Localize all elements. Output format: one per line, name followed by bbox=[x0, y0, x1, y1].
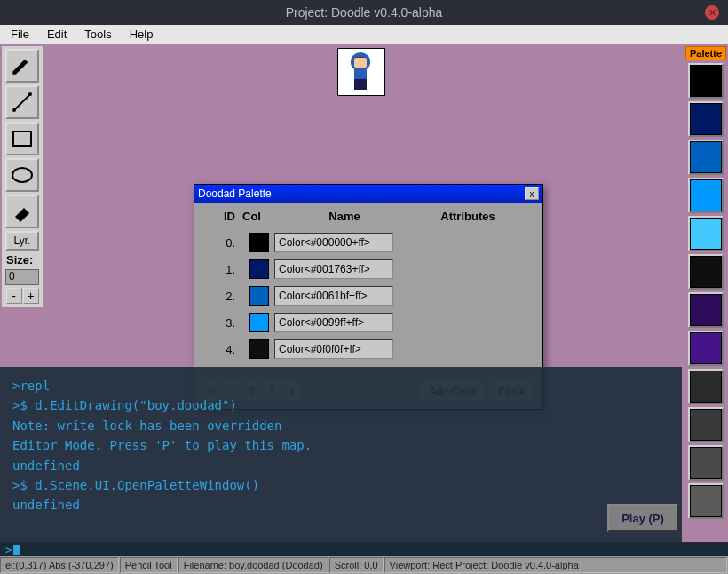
size-increase-button[interactable]: + bbox=[23, 288, 39, 304]
eraser-tool[interactable] bbox=[5, 195, 39, 228]
palette-swatch-4[interactable] bbox=[688, 216, 724, 251]
play-button[interactable]: Play (P) bbox=[607, 504, 678, 532]
palette-swatch-11[interactable] bbox=[688, 483, 724, 519]
window-close-button[interactable]: ✕ bbox=[705, 5, 719, 20]
palette-row-swatch[interactable] bbox=[249, 259, 269, 279]
palette-row-id: 3. bbox=[203, 316, 242, 330]
menu-file[interactable]: File bbox=[7, 26, 33, 43]
svg-point-4 bbox=[12, 168, 32, 182]
status-viewport: Viewport: Rect Project: Doodle v0.4.0-al… bbox=[384, 557, 727, 573]
palette-panel: Palette bbox=[685, 46, 726, 519]
palette-row-name-input[interactable] bbox=[274, 313, 393, 332]
header-name: Name bbox=[287, 210, 402, 223]
layers-tool[interactable]: Lyr. bbox=[5, 231, 39, 251]
palette-row-id: 1. bbox=[203, 263, 242, 276]
status-scroll: Scroll: 0,0 bbox=[329, 557, 384, 573]
console: >repl>$ d.EditDrawing("boy.doodad")Note:… bbox=[0, 367, 682, 543]
pencil-tool[interactable] bbox=[5, 49, 39, 83]
window-title: Project: Doodle v0.4.0-alpha bbox=[286, 5, 443, 20]
line-tool[interactable] bbox=[5, 85, 39, 119]
palette-row-swatch[interactable] bbox=[249, 339, 269, 359]
palette-swatch-1[interactable] bbox=[688, 101, 724, 137]
svg-point-1 bbox=[12, 108, 16, 112]
header-attributes: Attributes bbox=[402, 210, 534, 223]
titlebar: Project: Doodle v0.4.0-alpha ✕ bbox=[0, 0, 728, 25]
sprite-preview bbox=[337, 48, 385, 96]
palette-swatch-0[interactable] bbox=[688, 63, 724, 99]
palette-swatch-10[interactable] bbox=[688, 445, 724, 481]
palette-swatch-8[interactable] bbox=[688, 369, 724, 404]
console-line: undefined bbox=[12, 495, 669, 514]
palette-swatch-3[interactable] bbox=[688, 178, 724, 213]
header-id: ID bbox=[203, 210, 242, 223]
palette-row-name-input[interactable] bbox=[274, 259, 393, 279]
palette-swatch-7[interactable] bbox=[688, 331, 724, 366]
menubar: File Edit Tools Help bbox=[0, 25, 728, 44]
palette-header[interactable]: Palette bbox=[685, 46, 726, 60]
repl-prompt: > bbox=[5, 544, 12, 556]
palette-row: 1. bbox=[203, 259, 534, 280]
status-filename: Filename: boy.doodad (Doodad) bbox=[178, 557, 328, 573]
status-tool: Pencil Tool bbox=[120, 557, 178, 573]
dialog-column-headers: ID Col Name Attributes bbox=[203, 210, 534, 223]
size-value[interactable]: 0 bbox=[5, 269, 39, 285]
palette-row-name-input[interactable] bbox=[274, 286, 393, 306]
palette-row-swatch[interactable] bbox=[249, 313, 269, 332]
svg-point-2 bbox=[28, 92, 32, 96]
console-line: undefined bbox=[12, 456, 669, 475]
statusbar: el:(0,317) Abs:(-370,297) Pencil Tool Fi… bbox=[0, 556, 728, 574]
menu-help[interactable]: Help bbox=[126, 26, 157, 43]
size-label: Size: bbox=[4, 253, 33, 267]
ellipse-tool[interactable] bbox=[5, 158, 39, 192]
palette-row: 2. bbox=[203, 285, 534, 307]
status-coords: el:(0,317) Abs:(-370,297) bbox=[0, 557, 119, 573]
palette-swatch-6[interactable] bbox=[688, 292, 724, 328]
toolbar: Lyr. Size: 0 - + bbox=[2, 46, 43, 307]
rectangle-tool[interactable] bbox=[5, 122, 39, 155]
console-line: >$ d.Scene.UI.OpenPaletteWindow() bbox=[12, 475, 669, 495]
repl-input[interactable]: > bbox=[0, 543, 728, 556]
menu-edit[interactable]: Edit bbox=[44, 26, 70, 43]
svg-line-0 bbox=[14, 94, 30, 110]
svg-rect-3 bbox=[13, 132, 31, 146]
dialog-title-text: Doodad Palette bbox=[198, 187, 272, 200]
palette-row-swatch[interactable] bbox=[249, 233, 269, 252]
palette-row-id: 0. bbox=[203, 236, 242, 250]
palette-row: 3. bbox=[203, 312, 534, 333]
palette-row: 0. bbox=[203, 232, 534, 253]
menu-tools[interactable]: Tools bbox=[81, 26, 115, 43]
console-line: >$ d.EditDrawing("boy.doodad") bbox=[12, 395, 669, 415]
dialog-titlebar[interactable]: Doodad Palette x bbox=[194, 185, 542, 203]
palette-row-id: 2. bbox=[203, 290, 242, 303]
palette-row-name-input[interactable] bbox=[274, 339, 393, 359]
palette-row: 4. bbox=[203, 339, 534, 360]
palette-row-swatch[interactable] bbox=[249, 286, 269, 306]
palette-swatch-9[interactable] bbox=[688, 407, 724, 442]
size-decrease-button[interactable]: - bbox=[6, 288, 22, 304]
console-line: >repl bbox=[12, 376, 669, 395]
dialog-close-button[interactable]: x bbox=[525, 187, 539, 200]
boy-sprite bbox=[347, 52, 376, 92]
repl-cursor bbox=[13, 545, 20, 555]
console-line: Editor Mode. Press 'P' to play this map. bbox=[12, 435, 669, 455]
palette-row-name-input[interactable] bbox=[274, 233, 393, 252]
header-col: Col bbox=[242, 210, 287, 223]
palette-swatch-2[interactable] bbox=[688, 140, 724, 175]
palette-row-id: 4. bbox=[203, 343, 242, 356]
console-line: Note: write lock has been overridden bbox=[12, 416, 669, 435]
palette-swatch-5[interactable] bbox=[688, 254, 724, 290]
